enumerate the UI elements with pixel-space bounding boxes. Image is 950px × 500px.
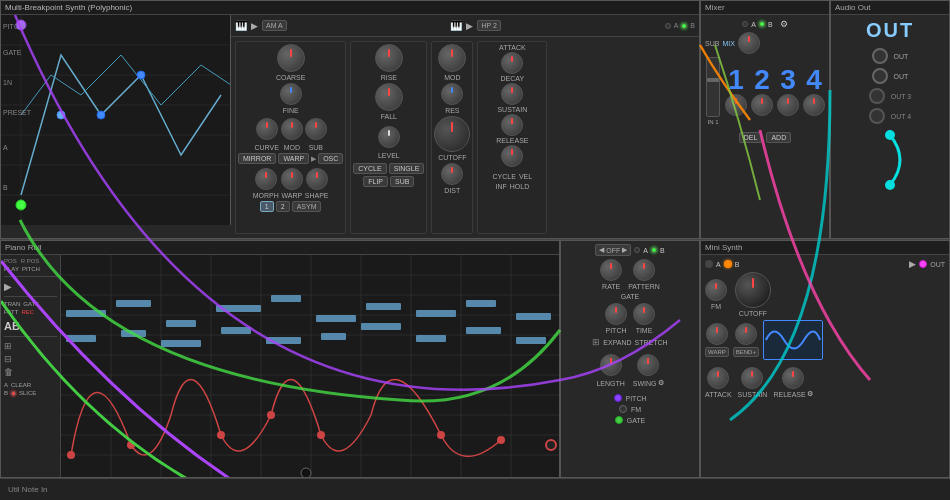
out-jack-3[interactable] [869,88,885,104]
time-knob[interactable] [633,303,655,325]
cycle-btn[interactable]: CYCLE [353,163,386,174]
patt-label: PATT [4,309,18,315]
paste-icon[interactable]: ⊟ [4,354,57,364]
cutoff-knob[interactable] [434,116,470,152]
level-label: LEVEL [378,152,400,159]
out-jack-4[interactable] [869,108,885,124]
ms-fm-knob[interactable] [705,279,727,301]
curve-knob[interactable] [256,118,278,140]
piano-icon[interactable]: 🎹 [235,20,247,31]
add-btn[interactable]: ADD [766,132,791,143]
attack-knob[interactable] [501,52,523,74]
warp-arrow: ▶ [311,155,316,163]
fine-knob[interactable] [280,83,302,105]
expand-icon[interactable]: ⊞ [592,337,600,347]
mix-knob[interactable] [738,32,760,54]
output-jacks: OUT OUT OUT 3 OUT 4 [869,48,912,124]
ms-attack-knob[interactable] [707,367,729,389]
pitch-conn-jack[interactable] [614,394,622,402]
release-knob[interactable] [501,145,523,167]
rise-fall-section: RISE FALL LEVEL CYCLE SINGLE FLIP SUB [350,41,427,234]
piano-roll-grid[interactable] [61,255,559,477]
vel-label: VEL [519,173,532,180]
off-arrow-l: ◀ [599,246,604,254]
delete-icon[interactable]: 🗑 [4,367,57,377]
piano-roll-panel: Piano Roll POS R POS PLAY PITCH ▶ TRAN [0,240,560,478]
fm-jack[interactable] [619,405,627,413]
length-knob[interactable] [600,354,622,376]
mirror-btn[interactable]: MIRROR [238,153,276,164]
fine-knob-container: FINE [280,83,302,114]
morph-knob[interactable] [255,168,277,190]
res-knob[interactable] [441,83,463,105]
arrow-icon[interactable]: ▶ [4,281,57,292]
ms-ab-row: A B ▶ OUT [705,259,945,269]
rise-knob[interactable] [375,44,403,72]
ch1-knob[interactable] [725,94,747,116]
piano-icon-2[interactable]: 🎹 [450,20,462,31]
pitch-mc-knob[interactable] [605,303,627,325]
ms-warp-knob[interactable] [706,323,728,345]
dist-knob[interactable] [441,163,463,185]
out-jack-2[interactable] [872,68,888,84]
out-jack-1[interactable] [872,48,888,64]
svg-rect-40 [66,310,106,317]
warp-knob[interactable] [281,168,303,190]
ch2-knob[interactable] [751,94,773,116]
hp2-selector[interactable]: HP 2 [477,20,500,31]
copy-icon[interactable]: ⊞ [4,341,57,351]
off-selector[interactable]: ◀ OFF ▶ [595,244,631,256]
del-btn[interactable]: DEL [739,132,763,143]
osc-btn[interactable]: OSC [318,153,343,164]
ms-bend-label: BEND+ [733,347,759,357]
ms-sustain-knob[interactable] [741,367,763,389]
ms-gear-icon[interactable]: ⚙ [807,390,813,398]
ms-bend-knob[interactable] [735,323,757,345]
length-swing-row: LENGTH SWING ⚙ [564,354,696,387]
synth-controls: COARSE FINE CURVE MOD [231,37,699,238]
out1-label: OUT [894,53,909,60]
ms-play[interactable]: ▶ [909,259,916,269]
warp-btn[interactable]: WARP [278,153,309,164]
swing-knob[interactable] [637,354,659,376]
pattern-knob[interactable] [633,259,655,281]
play-icon[interactable]: ▶ [251,21,258,31]
ms-release-label: RELEASE [773,391,805,398]
ms-cutoff-knob[interactable] [735,272,771,308]
gate-jack[interactable] [615,416,623,424]
adsr-col: ATTACK DECAY SUSTAIN RELEASE [496,44,528,167]
asym-btn[interactable]: ASYM [292,201,322,212]
r-pos-label: R POS [21,258,40,264]
sub-btn2[interactable]: SUB [390,176,414,187]
svg-point-67 [546,440,556,450]
level-knob[interactable] [378,126,400,148]
channel-in1: IN 1 [705,57,721,125]
mod-knob[interactable] [281,118,303,140]
mc-knobs-1: RATE PATTERN [564,259,696,290]
sustain-knob[interactable] [501,114,523,136]
mixer-ab-row: A B ⚙ [705,19,825,29]
mix-label: MIX [722,40,734,47]
settings-icon[interactable]: ⚙ [780,19,788,29]
play-icon-2[interactable]: ▶ [466,21,473,31]
flip-btn[interactable]: FLIP [363,176,388,187]
gear-icon[interactable]: ⚙ [658,379,664,387]
ch4-knob[interactable] [803,94,825,116]
coarse-knob[interactable] [277,44,305,72]
decay-knob[interactable] [501,83,523,105]
patt-rec-row: PATT REC [4,309,57,315]
single-btn[interactable]: SINGLE [389,163,425,174]
btn-2[interactable]: 2 [276,201,290,212]
am-a-selector[interactable]: AM A [262,20,287,31]
channel-1-num: 1 [728,66,744,94]
mod2-knob[interactable] [438,44,466,72]
mixer-body: A B ⚙ SUB MIX IN 1 [701,15,829,147]
sub-knob[interactable] [305,118,327,140]
btn-1[interactable]: 1 [260,201,274,212]
rate-knob[interactable] [600,259,622,281]
shape-knob[interactable] [306,168,328,190]
fader-in1[interactable] [706,57,720,117]
fall-knob[interactable] [375,83,403,111]
ch3-knob[interactable] [777,94,799,116]
ms-release-knob[interactable] [782,367,804,389]
